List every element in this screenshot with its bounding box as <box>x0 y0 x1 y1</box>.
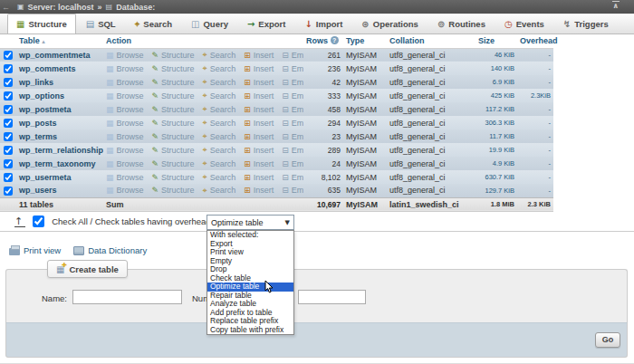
row-checkbox[interactable] <box>4 64 13 73</box>
browse-action[interactable]: ▦Browse <box>106 64 144 73</box>
insert-action[interactable]: ⊞Insert <box>244 186 274 195</box>
insert-action[interactable]: ⊞Insert <box>244 159 274 168</box>
insert-action[interactable]: ⊞Insert <box>244 78 274 87</box>
search-action[interactable]: ⌖Search <box>203 131 236 141</box>
menu-option-print-view[interactable]: Print view <box>207 248 293 257</box>
row-checkbox[interactable] <box>4 159 13 168</box>
browse-action[interactable]: ▦Browse <box>106 78 144 87</box>
row-checkbox[interactable] <box>4 119 13 128</box>
tab-search[interactable]: ⌖ Search <box>126 14 181 34</box>
tab-import[interactable]: ↓ Import <box>295 14 351 34</box>
empty-action[interactable]: ⊟Empty <box>282 186 303 195</box>
structure-action[interactable]: ✎Structure <box>152 173 195 182</box>
table-name-link[interactable]: wp_comments <box>16 62 103 75</box>
with-selected-select[interactable]: Optimize table ▼ <box>207 215 294 230</box>
insert-action[interactable]: ⊞Insert <box>244 64 274 73</box>
menu-option-check-table[interactable]: Check table <box>207 274 293 283</box>
empty-action[interactable]: ⊟Empty <box>282 91 303 101</box>
structure-action[interactable]: ✎Structure <box>152 119 195 128</box>
search-action[interactable]: ⌖Search <box>203 50 236 60</box>
row-checkbox[interactable] <box>4 173 13 182</box>
table-name-link[interactable]: wp_terms <box>16 129 103 143</box>
data-dictionary-link[interactable]: Data Dictionary <box>73 245 147 255</box>
row-checkbox[interactable] <box>4 187 13 196</box>
browse-action[interactable]: ▦Browse <box>106 173 144 182</box>
tab-routines[interactable]: ⊚ Routines <box>428 14 495 34</box>
menu-option-empty[interactable]: Empty <box>207 257 293 266</box>
number-of-columns-input[interactable] <box>298 290 366 304</box>
browse-action[interactable]: ▦Browse <box>106 159 144 168</box>
breadcrumb-database[interactable]: Database: <box>116 3 155 12</box>
browse-action[interactable]: ▦Browse <box>106 105 144 114</box>
row-checkbox[interactable] <box>4 132 13 141</box>
structure-action[interactable]: ✎Structure <box>152 51 195 60</box>
insert-action[interactable]: ⊞Insert <box>244 173 274 182</box>
collapse-toolbar-icon[interactable]: ∧ <box>612 1 620 11</box>
insert-action[interactable]: ⊞Insert <box>244 146 274 155</box>
structure-action[interactable]: ✎Structure <box>152 186 195 195</box>
insert-action[interactable]: ⊞Insert <box>244 132 274 141</box>
empty-action[interactable]: ⊟Empty <box>282 78 303 87</box>
row-checkbox[interactable] <box>4 105 13 114</box>
search-action[interactable]: ⌖Search <box>203 77 236 87</box>
breadcrumb-server[interactable]: Server: localhost <box>28 3 94 12</box>
table-name-link[interactable]: wp_posts <box>16 116 103 129</box>
insert-action[interactable]: ⊞Insert <box>244 91 274 101</box>
menu-option-with-selected[interactable]: With selected: <box>207 231 293 240</box>
browse-action[interactable]: ▦Browse <box>106 146 144 155</box>
menu-option-export[interactable]: Export <box>207 240 293 249</box>
print-view-link[interactable]: Print view <box>9 245 61 255</box>
menu-option-replace-prefix[interactable]: Replace table prefix <box>207 317 293 326</box>
back-arrow-icon[interactable]: ← <box>2 3 10 12</box>
check-all-checkbox[interactable] <box>33 216 44 227</box>
insert-action[interactable]: ⊞Insert <box>244 105 274 114</box>
search-action[interactable]: ⌖Search <box>203 145 236 155</box>
insert-action[interactable]: ⊞Insert <box>244 51 274 60</box>
tab-export[interactable]: → Export <box>238 14 294 34</box>
empty-action[interactable]: ⊟Empty <box>282 132 303 141</box>
search-action[interactable]: ⌖Search <box>203 63 236 73</box>
tab-sql[interactable]: ▤ SQL <box>77 14 125 34</box>
tab-operations[interactable]: ⊛ Operations <box>352 14 427 34</box>
row-checkbox[interactable] <box>4 91 13 101</box>
tab-query[interactable]: ◫ Query <box>182 14 237 34</box>
row-checkbox[interactable] <box>4 78 13 87</box>
empty-action[interactable]: ⊟Empty <box>282 146 303 155</box>
tab-structure[interactable]: ▦ Structure <box>7 14 76 34</box>
row-checkbox[interactable] <box>4 146 13 155</box>
search-action[interactable]: ⌖Search <box>203 186 236 196</box>
empty-action[interactable]: ⊟Empty <box>282 105 303 114</box>
search-action[interactable]: ⌖Search <box>203 172 236 182</box>
menu-option-copy-prefix[interactable]: Copy table with prefix <box>207 326 293 335</box>
empty-action[interactable]: ⊟Empty <box>282 51 303 60</box>
search-action[interactable]: ⌖Search <box>203 91 236 101</box>
structure-action[interactable]: ✎Structure <box>152 64 195 73</box>
menu-option-drop[interactable]: Drop <box>207 265 293 274</box>
search-action[interactable]: ⌖Search <box>203 158 236 168</box>
create-table-legend[interactable]: ▦✚ Create table <box>47 260 128 278</box>
empty-action[interactable]: ⊟Empty <box>282 64 303 73</box>
empty-action[interactable]: ⊟Empty <box>282 173 303 182</box>
structure-action[interactable]: ✎Structure <box>152 146 195 155</box>
check-all-label[interactable]: Check All / Check tables having overhead <box>52 216 210 226</box>
browse-action[interactable]: ▦Browse <box>106 91 144 101</box>
table-name-link[interactable]: wp_options <box>16 89 103 102</box>
table-name-link[interactable]: wp_postmeta <box>16 102 103 116</box>
browse-action[interactable]: ▦Browse <box>106 119 144 128</box>
table-name-link[interactable]: wp_users <box>16 184 103 197</box>
empty-action[interactable]: ⊟Empty <box>282 119 303 128</box>
table-name-link[interactable]: wp_usermeta <box>16 170 103 184</box>
menu-option-optimize-table[interactable]: Optimize table <box>207 283 293 292</box>
empty-action[interactable]: ⊟Empty <box>282 159 303 168</box>
row-checkbox[interactable] <box>4 51 13 60</box>
column-header-table[interactable]: Table ▴ <box>16 34 103 48</box>
menu-option-repair-table[interactable]: Repair table <box>207 292 293 301</box>
browse-action[interactable]: ▦Browse <box>106 132 144 141</box>
search-action[interactable]: ⌖Search <box>203 104 236 114</box>
structure-action[interactable]: ✎Structure <box>152 132 195 141</box>
structure-action[interactable]: ✎Structure <box>152 78 195 87</box>
menu-option-add-prefix[interactable]: Add prefix to table <box>207 309 293 318</box>
table-name-link[interactable]: wp_links <box>16 75 103 89</box>
search-action[interactable]: ⌖Search <box>203 118 236 128</box>
tab-triggers[interactable]: ↯ Triggers <box>554 14 618 34</box>
